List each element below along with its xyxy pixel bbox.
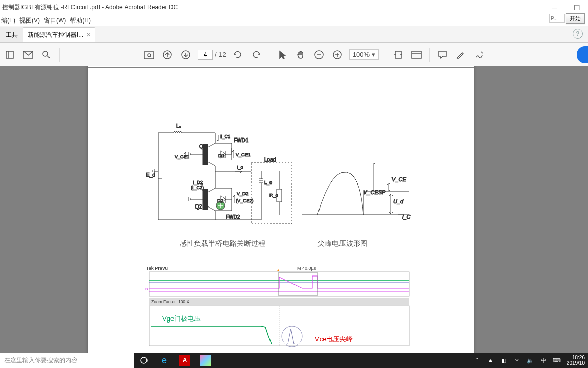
svg-text:I_C1: I_C1 [220, 134, 230, 139]
search-icon[interactable] [40, 48, 53, 61]
rotate-ccw-icon[interactable] [231, 48, 244, 61]
start-button[interactable]: 开始 [566, 13, 585, 24]
svg-text:Tek PreVu: Tek PreVu [146, 266, 168, 271]
zoom-in-icon[interactable] [331, 48, 344, 61]
clock-date: 2019/10 [567, 360, 585, 366]
help-icon[interactable]: ? [573, 29, 583, 39]
svg-text:Q1: Q1 [199, 144, 206, 149]
sign-icon[interactable] [473, 48, 486, 61]
tray-ime[interactable]: 中 [537, 353, 550, 368]
pdf-page: Lₛ E_d Q1 D1 V_CE1 FWD1 [88, 66, 474, 353]
svg-rect-27 [203, 189, 208, 210]
svg-rect-50 [279, 272, 317, 296]
toolbar: / 12 100% ▾ [0, 43, 588, 66]
highlight-icon[interactable] [454, 48, 468, 61]
acrobat-taskbar-icon[interactable]: A [175, 353, 195, 368]
comment-icon[interactable] [436, 48, 449, 61]
svg-text:V_GE1: V_GE1 [175, 154, 189, 159]
snapshot-icon[interactable] [142, 48, 156, 61]
menu-help[interactable]: 帮助(H) [70, 16, 91, 25]
svg-text:FWD1: FWD1 [234, 137, 249, 143]
svg-text:V_CE: V_CE [391, 176, 406, 182]
svg-point-59 [141, 357, 147, 363]
cortana-icon[interactable] [134, 353, 154, 368]
svg-text:Load: Load [264, 157, 276, 163]
menu-bar: 编(E) 视图(V) 窗口(W) 帮助(H) [0, 15, 588, 26]
svg-text:D1: D1 [218, 153, 225, 158]
clock-time: 18:26 [567, 355, 585, 360]
tray-chevron-icon[interactable]: ˄ [471, 353, 484, 368]
svg-text:FWD2: FWD2 [226, 214, 240, 220]
rotate-cw-icon[interactable] [250, 48, 263, 61]
circuit-diagram: Lₛ E_d Q1 D1 V_CE1 FWD1 [144, 123, 430, 256]
svg-text:Q2: Q2 [195, 204, 202, 210]
next-page-icon[interactable] [179, 48, 192, 61]
tray-network-icon[interactable]: ⌔ [510, 353, 524, 368]
svg-rect-0 [6, 51, 13, 58]
oscilloscope-plot: Tek PreVu M 40.0µs B Zoom Factor: 100 X … [144, 265, 414, 347]
tab-label: 新能源汽车控制器I... [28, 31, 83, 39]
svg-text:Vce电压尖峰: Vce电压尖峰 [315, 335, 353, 343]
tray-volume-icon[interactable]: 🔈 [524, 353, 537, 368]
document-viewport[interactable]: Lₛ E_d Q1 D1 V_CE1 FWD1 [0, 66, 588, 353]
chevron-down-icon: ▾ [372, 51, 375, 58]
tray-app-icon[interactable]: ◧ [497, 353, 510, 368]
svg-text:U_d: U_d [393, 198, 404, 204]
window-title: 控制器IGBT有源钳位 -RLCircuit .pdf - Adobe Acro… [2, 3, 178, 12]
svg-rect-15 [412, 51, 421, 58]
top-accent: P... 开始 [517, 11, 588, 26]
zoom-value: 100% [353, 51, 370, 58]
menu-view[interactable]: 视图(V) [19, 16, 40, 25]
svg-text:E_d: E_d [146, 172, 155, 178]
search-placeholder: 在这里输入你要搜索的内容 [4, 356, 78, 365]
fit-page-icon[interactable] [410, 48, 423, 61]
share-button[interactable] [577, 46, 588, 63]
svg-text:V_D2: V_D2 [237, 191, 249, 196]
edge-icon[interactable]: e [154, 353, 175, 368]
svg-text:Zoom Factor: 100 X: Zoom Factor: 100 X [151, 299, 189, 304]
hand-icon[interactable] [294, 48, 307, 61]
svg-text:M 40.0µs: M 40.0µs [297, 266, 316, 271]
system-tray: ˄ ▲ ◧ ⌔ 🔈 中 ⌨ 18:26 2019/10 [471, 353, 588, 368]
tab-strip: 工具 新能源汽车控制器I... ✕ ? [0, 26, 588, 43]
tab-close-icon[interactable]: ✕ [86, 32, 91, 38]
taskbar-clock[interactable]: 18:26 2019/10 [564, 355, 588, 366]
svg-text:L_o: L_o [264, 180, 272, 185]
title-bar: 控制器IGBT有源钳位 -RLCircuit .pdf - Adobe Acro… [0, 0, 588, 15]
mail-icon[interactable] [21, 48, 35, 61]
svg-text:Vge门极电压: Vge门极电压 [162, 315, 201, 323]
menu-edit[interactable]: 编(E) [1, 16, 15, 25]
page-divider [88, 67, 474, 68]
svg-text:D2: D2 [217, 198, 224, 203]
page-current-input[interactable] [198, 50, 213, 60]
tray-keyboard-icon[interactable]: ⌨ [550, 353, 564, 368]
svg-text:(V_CE2): (V_CE2) [236, 198, 254, 203]
svg-text:Lₛ: Lₛ [176, 123, 181, 129]
tray-shield-icon[interactable]: ▲ [484, 353, 497, 368]
zoom-level[interactable]: 100% ▾ [349, 49, 379, 60]
page-total: / 12 [215, 51, 226, 58]
svg-line-4 [47, 56, 50, 58]
sidebar-toggle-icon[interactable] [3, 48, 16, 61]
svg-text:(I_C2): (I_C2) [191, 185, 204, 190]
cursor-icon[interactable] [276, 48, 289, 61]
taskbar: 在这里输入你要搜索的内容 e A ˄ ▲ ◧ ⌔ 🔈 中 ⌨ 18:26 201… [0, 353, 588, 368]
zoom-out-icon[interactable] [312, 48, 326, 61]
menu-window[interactable]: 窗口(W) [44, 16, 66, 25]
tab-home[interactable]: 工具 [0, 27, 23, 42]
svg-rect-54 [149, 306, 409, 346]
svg-text:I_o: I_o [237, 165, 243, 170]
svg-point-57 [282, 326, 302, 347]
fit-width-icon[interactable] [391, 48, 405, 61]
svg-text:V_CESP: V_CESP [363, 189, 386, 195]
prev-page-icon[interactable] [161, 48, 174, 61]
app-taskbar-icon[interactable] [195, 353, 215, 368]
svg-text:B: B [145, 287, 148, 291]
svg-point-3 [43, 51, 48, 56]
page-indicator: / 12 [198, 50, 226, 60]
caption-right: 尖峰电压波形图 [317, 239, 368, 248]
taskbar-search[interactable]: 在这里输入你要搜索的内容 [0, 353, 134, 368]
tab-document[interactable]: 新能源汽车控制器I... ✕ [23, 27, 95, 42]
p-indicator: P... [549, 14, 565, 23]
svg-point-6 [148, 54, 151, 57]
